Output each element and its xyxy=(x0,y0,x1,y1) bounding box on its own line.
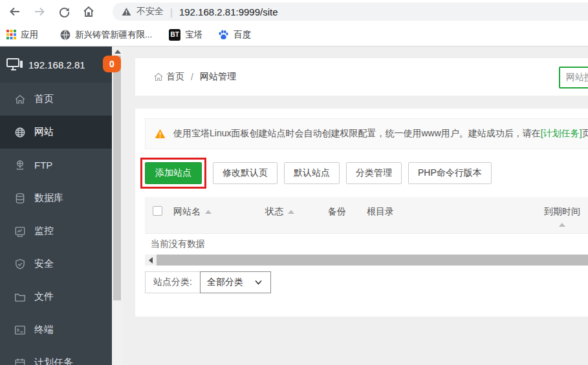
table-header: 网站名 状态 备份 根目录 到期时间 xyxy=(145,197,588,234)
sidebar-item-label: 安全 xyxy=(34,258,54,270)
sidebar-item-label: 网站 xyxy=(34,126,54,138)
breadcrumb-card: 首页 / 网站管理 xyxy=(135,58,588,96)
breadcrumb-home-link[interactable]: 首页 xyxy=(166,71,184,83)
breadcrumb-home-icon xyxy=(153,72,164,82)
scrollbar-thumb[interactable] xyxy=(113,56,121,300)
sidebar-server-header[interactable]: 192.168.2.81 0 xyxy=(0,47,112,83)
bookmark-site[interactable]: 新兴铸管新疆有限... xyxy=(60,29,152,41)
site-search-text: 网站搜 xyxy=(566,72,588,83)
chevron-down-icon xyxy=(255,280,262,285)
sidebar-item-label: 首页 xyxy=(34,93,54,105)
globe-icon xyxy=(14,127,26,138)
sidebar-item-label: 终端 xyxy=(34,324,54,336)
scroll-left-arrow-icon[interactable] xyxy=(145,255,156,266)
action-button-row: 添加站点 修改默认页 默认站点 分类管理 PHP命令行版本 xyxy=(140,159,492,187)
alert-text-after: 页面 xyxy=(582,128,588,138)
scrollbar-thumb[interactable] xyxy=(157,255,588,266)
sidebar-scrollbar[interactable] xyxy=(112,47,123,365)
home-icon xyxy=(14,94,26,105)
security-label: 不安全 xyxy=(136,6,164,17)
sidebar-item-label: 计划任务 xyxy=(34,357,73,365)
bookmarks-bar: 应用 新兴铸管新疆有限... BT 宝塔 百度 xyxy=(0,23,588,47)
site-category-filter: 站点分类: 全部分类 xyxy=(145,271,271,293)
horizontal-scrollbar[interactable] xyxy=(145,255,588,266)
sidebar-item-files[interactable]: 文件 xyxy=(0,280,112,313)
sidebar-item-label: 数据库 xyxy=(34,192,63,204)
cron-link[interactable]: [计划任务] xyxy=(541,128,582,138)
modify-default-page-button[interactable]: 修改默认页 xyxy=(213,162,278,184)
site-manage-card: 使用宝塔Linux面板创建站点时会自动创建权限配置，统一使用www用户。建站成功… xyxy=(135,109,588,317)
server-ip: 192.168.2.81 xyxy=(28,59,85,70)
add-site-button[interactable]: 添加站点 xyxy=(145,162,202,184)
category-manage-button[interactable]: 分类管理 xyxy=(346,162,402,184)
bookmark-label: 百度 xyxy=(234,29,251,41)
sidebar: 192.168.2.81 0 首页 网站 FTP 数据库 监控 xyxy=(0,47,112,365)
notification-badge: 0 xyxy=(103,56,121,72)
terminal-icon xyxy=(14,324,26,336)
breadcrumb-separator: / xyxy=(191,72,193,82)
bookmark-label: 新兴铸管新疆有限... xyxy=(75,29,152,41)
table-empty-row: 当前没有数据 xyxy=(145,234,588,255)
sidebar-item-monitor[interactable]: 监控 xyxy=(0,214,112,247)
sidebar-item-label: 文件 xyxy=(34,291,54,303)
not-secure-warning-icon xyxy=(122,7,131,16)
sidebar-item-terminal[interactable]: 终端 xyxy=(0,313,112,346)
refresh-icon[interactable] xyxy=(57,5,71,19)
sidebar-item-label: 监控 xyxy=(34,225,54,237)
sort-asc-icon[interactable] xyxy=(288,210,294,214)
sidebar-item-label: FTP xyxy=(34,160,52,171)
info-alert: 使用宝塔Linux面板创建站点时会自动创建权限配置，统一使用www用户。建站成功… xyxy=(145,118,588,149)
database-icon xyxy=(14,193,26,204)
baidu-paw-icon xyxy=(218,29,229,40)
column-sitename[interactable]: 网站名 xyxy=(173,206,265,218)
shield-icon xyxy=(14,258,26,270)
sidebar-item-website[interactable]: 网站 xyxy=(0,116,112,149)
browser-toolbar: 不安全 | 192.168.2.81:9999/site xyxy=(0,0,588,23)
breadcrumb-current: 网站管理 xyxy=(200,71,236,83)
bookmark-label: 应用 xyxy=(21,29,38,41)
column-rootdir: 根目录 xyxy=(367,206,539,218)
folder-icon xyxy=(14,291,26,303)
breadcrumb: 首页 / 网站管理 xyxy=(153,71,236,83)
column-status[interactable]: 状态 xyxy=(265,206,328,218)
bookmark-label: 宝塔 xyxy=(185,29,202,41)
selected-category: 全部分类 xyxy=(207,276,243,288)
globe-favicon-icon xyxy=(60,30,71,40)
server-monitor-icon xyxy=(6,57,23,72)
panel-page: 192.168.2.81 0 首页 网站 FTP 数据库 监控 xyxy=(0,47,588,365)
sidebar-item-security[interactable]: 安全 xyxy=(0,247,112,280)
scroll-up-arrow-icon[interactable] xyxy=(114,50,121,54)
site-search-input[interactable]: 网站搜 xyxy=(559,67,588,89)
sort-asc-icon[interactable] xyxy=(205,210,212,214)
back-icon[interactable] xyxy=(8,5,22,19)
address-separator: | xyxy=(170,6,173,17)
bookmark-baota[interactable]: BT 宝塔 xyxy=(169,29,202,41)
column-expire[interactable]: 到期时间 xyxy=(539,206,585,227)
bookmark-apps[interactable]: 应用 xyxy=(6,29,38,41)
sidebar-item-home[interactable]: 首页 xyxy=(0,83,112,116)
sidebar-item-cron[interactable]: 计划任务 xyxy=(0,346,112,365)
monitor-chart-icon xyxy=(14,225,26,237)
address-bar[interactable]: 不安全 | 192.168.2.81:9999/site xyxy=(113,3,588,21)
sort-asc-icon[interactable] xyxy=(559,223,565,227)
sidebar-item-database[interactable]: 数据库 xyxy=(0,182,112,214)
bookmark-baidu[interactable]: 百度 xyxy=(218,29,251,41)
warning-triangle-icon xyxy=(155,129,166,139)
sidebar-item-ftp[interactable]: FTP xyxy=(0,149,112,182)
red-highlight-annotation: 添加站点 xyxy=(140,158,206,189)
category-select[interactable]: 全部分类 xyxy=(200,271,271,293)
calendar-icon xyxy=(14,357,26,365)
forward-icon[interactable] xyxy=(32,5,47,19)
empty-text: 当前没有数据 xyxy=(151,238,205,250)
sidebar-menu: 首页 网站 FTP 数据库 监控 安全 xyxy=(0,83,112,365)
column-backup: 备份 xyxy=(328,206,367,218)
ftp-icon xyxy=(14,160,26,171)
php-cli-version-button[interactable]: PHP命令行版本 xyxy=(408,162,492,184)
alert-text: 使用宝塔Linux面板创建站点时会自动创建权限配置，统一使用www用户。建站成功… xyxy=(173,128,541,138)
default-site-button[interactable]: 默认站点 xyxy=(284,162,340,184)
home-icon[interactable] xyxy=(82,5,96,19)
bt-favicon-icon: BT xyxy=(169,29,180,41)
filter-label: 站点分类: xyxy=(145,271,200,293)
apps-grid-icon xyxy=(6,30,16,39)
select-all-checkbox[interactable] xyxy=(153,206,162,216)
